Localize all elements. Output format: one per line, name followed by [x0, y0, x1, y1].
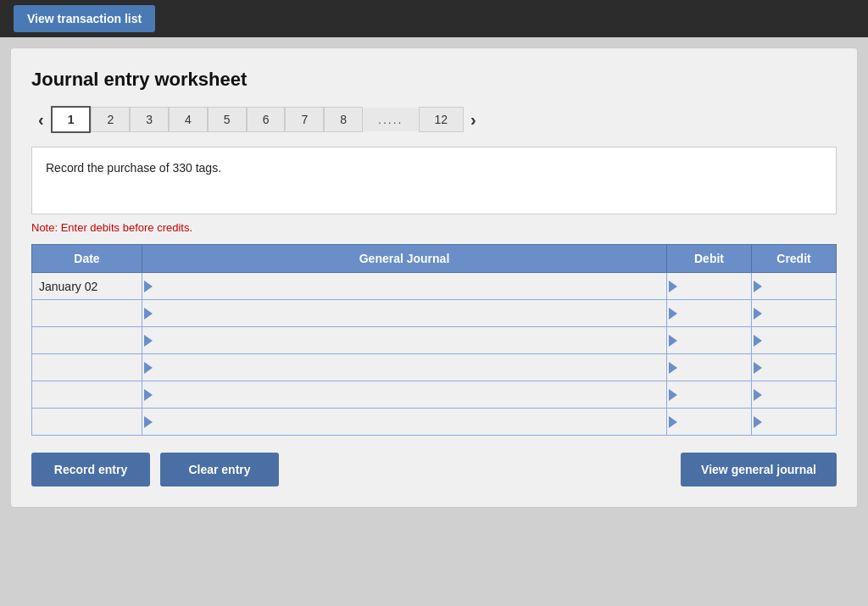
- journal-input-3[interactable]: [153, 354, 666, 381]
- debit-input-3[interactable]: [677, 354, 751, 381]
- header-debit: Debit: [667, 245, 752, 273]
- instruction-text: Record the purchase of 330 tags.: [46, 161, 221, 175]
- journal-cell-2[interactable]: [142, 327, 667, 354]
- main-container: Journal entry worksheet ‹ 1 2 3 4 5 6 7 …: [10, 47, 858, 508]
- credit-cell-2[interactable]: [752, 327, 837, 354]
- top-bar: View transaction list: [0, 0, 868, 37]
- row-arrow-icon: [669, 389, 677, 401]
- journal-cell-5[interactable]: [142, 409, 667, 436]
- date-cell-2: [32, 327, 142, 354]
- debit-input-1[interactable]: [677, 300, 751, 326]
- header-credit: Credit: [752, 245, 837, 273]
- row-arrow-icon: [144, 335, 153, 347]
- credit-cell-3[interactable]: [752, 354, 837, 381]
- credit-input-2[interactable]: [762, 327, 836, 353]
- row-arrow-icon: [754, 416, 762, 428]
- journal-cell-3[interactable]: [142, 354, 667, 381]
- note-text: Note: Enter debits before credits.: [31, 221, 837, 234]
- debit-cell-3[interactable]: [667, 354, 752, 381]
- debit-cell-0[interactable]: [667, 273, 752, 300]
- credit-input-1[interactable]: [762, 300, 836, 326]
- instruction-box: Record the purchase of 330 tags.: [31, 147, 837, 214]
- date-cell-5: [32, 409, 142, 436]
- journal-input-0[interactable]: [153, 273, 666, 299]
- journal-cell-4[interactable]: [142, 381, 667, 409]
- debit-input-4[interactable]: [677, 381, 751, 408]
- worksheet-title: Journal entry worksheet: [31, 69, 837, 91]
- credit-cell-1[interactable]: [752, 300, 837, 327]
- row-arrow-icon: [754, 389, 762, 401]
- row-arrow-icon: [669, 335, 677, 347]
- tab-7[interactable]: 7: [285, 107, 324, 132]
- header-journal: General Journal: [142, 245, 667, 273]
- row-arrow-icon: [669, 308, 677, 320]
- tab-6[interactable]: 6: [247, 107, 286, 132]
- credit-cell-0[interactable]: [752, 273, 837, 300]
- row-arrow-icon: [754, 362, 762, 374]
- debit-input-0[interactable]: [677, 273, 751, 299]
- tab-1[interactable]: 1: [51, 106, 92, 133]
- table-row: [32, 327, 837, 354]
- journal-input-5[interactable]: [153, 409, 666, 435]
- tab-8[interactable]: 8: [324, 107, 363, 132]
- table-row: January 02: [32, 273, 837, 300]
- credit-input-3[interactable]: [762, 354, 836, 381]
- journal-cell-1[interactable]: [142, 300, 667, 327]
- journal-input-1[interactable]: [153, 300, 666, 326]
- row-arrow-icon: [754, 308, 762, 320]
- row-arrow-icon: [144, 281, 153, 292]
- tab-2[interactable]: 2: [91, 107, 130, 132]
- clear-entry-button[interactable]: Clear entry: [160, 453, 279, 486]
- record-entry-button[interactable]: Record entry: [31, 453, 150, 486]
- row-arrow-icon: [144, 416, 153, 428]
- table-row: [32, 381, 837, 409]
- debit-input-5[interactable]: [677, 409, 751, 435]
- credit-input-4[interactable]: [762, 381, 836, 408]
- date-cell-1: [32, 300, 142, 327]
- row-arrow-icon: [669, 362, 677, 374]
- debit-cell-4[interactable]: [667, 381, 752, 409]
- tab-prev-arrow[interactable]: ‹: [31, 107, 51, 133]
- date-cell-0: January 02: [32, 273, 142, 300]
- date-cell-4: [32, 381, 142, 409]
- view-transaction-button[interactable]: View transaction list: [14, 5, 155, 32]
- row-arrow-icon: [754, 281, 762, 292]
- row-arrow-icon: [669, 281, 677, 292]
- debit-cell-1[interactable]: [667, 300, 752, 327]
- view-general-journal-button[interactable]: View general journal: [681, 453, 837, 486]
- table-row: [32, 354, 837, 381]
- table-row: [32, 409, 837, 436]
- row-arrow-icon: [754, 335, 762, 347]
- table-row: [32, 300, 837, 327]
- row-arrow-icon: [144, 389, 153, 401]
- debit-cell-5[interactable]: [667, 409, 752, 436]
- debit-cell-2[interactable]: [667, 327, 752, 354]
- credit-input-0[interactable]: [762, 273, 836, 299]
- date-cell-3: [32, 354, 142, 381]
- debit-input-2[interactable]: [677, 327, 751, 353]
- journal-input-2[interactable]: [153, 327, 666, 353]
- tab-3[interactable]: 3: [130, 107, 169, 132]
- header-date: Date: [32, 245, 142, 273]
- tab-next-arrow[interactable]: ›: [464, 107, 483, 133]
- row-arrow-icon: [669, 416, 677, 428]
- tab-dots: .....: [363, 108, 418, 131]
- row-arrow-icon: [144, 362, 153, 374]
- journal-cell-0[interactable]: [142, 273, 667, 300]
- credit-input-5[interactable]: [762, 409, 836, 435]
- tab-12[interactable]: 12: [419, 107, 465, 132]
- row-arrow-icon: [144, 308, 153, 320]
- journal-input-4[interactable]: [153, 381, 666, 408]
- tab-5[interactable]: 5: [208, 107, 247, 132]
- action-buttons-row: Record entry Clear entry View general jo…: [31, 453, 837, 486]
- tab-4[interactable]: 4: [169, 107, 208, 132]
- credit-cell-5[interactable]: [752, 409, 837, 436]
- credit-cell-4[interactable]: [752, 381, 837, 409]
- tab-navigation: ‹ 1 2 3 4 5 6 7 8 ..... 12 ›: [31, 106, 837, 133]
- journal-table: Date General Journal Debit Credit Januar…: [31, 244, 837, 436]
